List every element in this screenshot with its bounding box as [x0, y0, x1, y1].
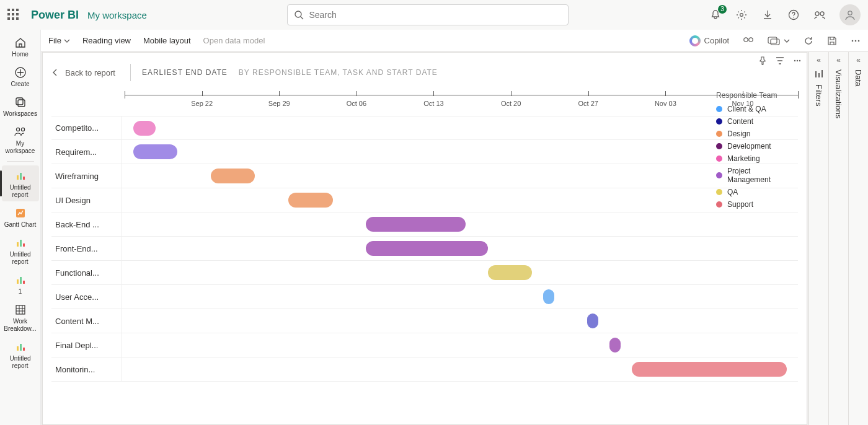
- app-launcher-icon[interactable]: [7, 9, 20, 21]
- legend-item[interactable]: Project Management: [716, 167, 795, 184]
- gantt-bar[interactable]: [488, 265, 532, 280]
- legend-label: Development: [727, 142, 771, 151]
- gantt-bar[interactable]: [609, 338, 621, 353]
- svg-rect-10: [18, 100, 25, 107]
- gantt-bar[interactable]: [133, 144, 177, 159]
- gantt-row: UI Design: [51, 188, 798, 212]
- nav-item-untitled3[interactable]: Untitled report: [2, 336, 39, 372]
- explore-button[interactable]: [743, 36, 754, 46]
- chevron-left-icon: [51, 69, 59, 76]
- mobile-layout-button[interactable]: Mobile layout: [143, 36, 191, 45]
- copilot-button[interactable]: Copilot: [689, 35, 729, 46]
- nav-item-gantt[interactable]: Gantt Chart: [2, 203, 39, 231]
- nav-item-home[interactable]: Home: [2, 32, 39, 61]
- expand-icon: «: [856, 56, 861, 64]
- help-icon[interactable]: [787, 9, 800, 21]
- axis-tick-label: Nov 03: [655, 100, 676, 107]
- task-label: Wireframing: [51, 164, 122, 188]
- save-button[interactable]: [827, 36, 837, 46]
- notification-badge: 3: [718, 5, 727, 14]
- legend-item[interactable]: Support: [716, 200, 795, 209]
- task-label: Final Depl...: [51, 333, 122, 357]
- gantt-bar[interactable]: [211, 169, 255, 183]
- expand-icon: «: [836, 56, 841, 64]
- gantt-bar[interactable]: [366, 217, 466, 232]
- settings-icon[interactable]: [735, 9, 748, 21]
- svg-point-33: [858, 40, 860, 42]
- gantt-bar[interactable]: [288, 193, 332, 208]
- notifications-icon[interactable]: 3: [709, 9, 722, 21]
- filter-icon[interactable]: [776, 56, 784, 67]
- task-label: Front-End...: [51, 237, 122, 260]
- gantt-bar[interactable]: [366, 241, 488, 256]
- axis-tick-label: Oct 13: [423, 100, 443, 107]
- legend-item[interactable]: Development: [716, 142, 795, 151]
- nav-item-one[interactable]: 1: [2, 269, 39, 298]
- svg-rect-25: [20, 344, 22, 351]
- svg-rect-15: [23, 177, 25, 180]
- search-box[interactable]: [287, 4, 569, 25]
- user-avatar[interactable]: [839, 4, 861, 25]
- gantt-bar[interactable]: [632, 362, 787, 377]
- visual-more-icon[interactable]: [793, 56, 802, 67]
- legend-swatch: [716, 118, 722, 125]
- plus-circle-icon: [14, 66, 27, 79]
- svg-rect-21: [20, 277, 22, 284]
- nav-item-label: Work Breakdow...: [2, 318, 39, 333]
- gantt-bar[interactable]: [543, 289, 554, 304]
- refresh-button[interactable]: [804, 36, 813, 46]
- svg-line-1: [301, 17, 303, 19]
- legend-item[interactable]: Client & QA: [716, 105, 795, 113]
- workspace-breadcrumb[interactable]: My workspace: [87, 10, 147, 20]
- nav-item-create[interactable]: Create: [2, 62, 39, 90]
- gantt-row: Monitorin...: [51, 357, 798, 382]
- gantt-row: Front-End...: [51, 237, 798, 261]
- task-track: [122, 140, 798, 164]
- task-track: [122, 188, 798, 212]
- pin-icon[interactable]: [758, 56, 767, 67]
- back-to-report-button[interactable]: Back to report: [51, 68, 115, 77]
- feedback-icon[interactable]: [813, 9, 826, 21]
- filters-pane-collapsed[interactable]: « Filters: [808, 52, 828, 425]
- spark-icon: [14, 206, 27, 220]
- legend-item[interactable]: Content: [716, 117, 795, 126]
- search-input[interactable]: [309, 10, 562, 20]
- chevron-down-icon: [64, 38, 70, 44]
- svg-rect-22: [23, 281, 25, 284]
- nav-item-untitled2[interactable]: Untitled report: [2, 232, 39, 268]
- legend-swatch: [716, 106, 722, 112]
- svg-point-31: [852, 40, 854, 42]
- nav-item-workspaces[interactable]: Workspaces: [2, 92, 39, 120]
- gantt-bar[interactable]: [587, 313, 598, 328]
- data-pane-collapsed[interactable]: « Data: [848, 52, 868, 425]
- more-options-button[interactable]: [851, 36, 861, 46]
- svg-point-11: [16, 128, 19, 131]
- nav-item-untitled1[interactable]: Untitled report: [2, 165, 39, 201]
- nav-item-myws[interactable]: My workspace: [2, 121, 39, 157]
- legend-item[interactable]: QA: [716, 188, 795, 196]
- legend-item[interactable]: Design: [716, 129, 795, 138]
- chevron-down-icon: [784, 38, 790, 44]
- nav-item-wbs[interactable]: Work Breakdow...: [2, 299, 39, 335]
- svg-point-37: [794, 60, 795, 61]
- copilot-icon: [689, 35, 701, 46]
- svg-point-38: [797, 60, 798, 61]
- nav-separator: [7, 161, 34, 162]
- visualizations-pane-collapsed[interactable]: « Visualizations: [828, 52, 848, 425]
- canvas: File Reading view Mobile layout Open dat…: [41, 30, 868, 425]
- gantt-bar[interactable]: [133, 121, 156, 136]
- svg-rect-35: [818, 73, 820, 77]
- legend-item[interactable]: Marketing: [716, 154, 795, 163]
- download-icon[interactable]: [761, 9, 774, 21]
- drill-bar: Back to report EARLIEST END DATE BY RESP…: [51, 64, 438, 81]
- reading-view-button[interactable]: Reading view: [82, 36, 131, 45]
- nav-item-label: 1: [19, 288, 22, 296]
- legend-label: Client & QA: [727, 105, 766, 113]
- file-menu[interactable]: File: [48, 36, 70, 45]
- svg-rect-17: [17, 242, 19, 247]
- task-label: Monitorin...: [51, 357, 122, 381]
- legend: Responsible Team Client & QAContentDesig…: [716, 91, 795, 212]
- svg-point-12: [21, 128, 24, 131]
- view-button[interactable]: [768, 37, 790, 45]
- legend-swatch: [716, 201, 722, 208]
